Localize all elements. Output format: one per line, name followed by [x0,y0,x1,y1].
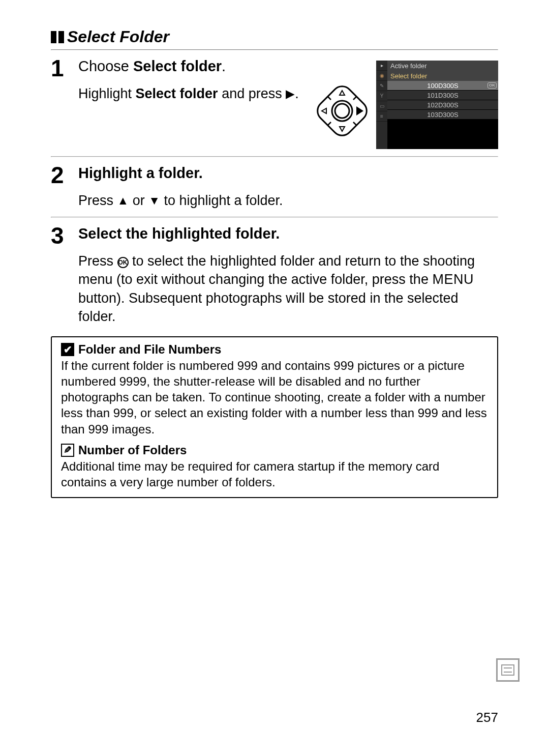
step-3: 3 Select the highlighted folder. Press O… [51,218,498,333]
lcd-row: 103D300S [387,110,498,120]
step-1-body: Highlight Select folder and press ▶. [78,84,308,103]
notes-box: ✔ Folder and File Numbers If the current… [51,336,498,498]
title-bars-icon [51,31,64,43]
svg-marker-5 [322,108,326,113]
note-2-heading: ✎ Number of Folders [61,443,488,457]
svg-point-2 [335,104,349,118]
lcd-row: 101D300S [387,91,498,100]
side-menu-icon [496,658,520,682]
step-number: 1 [51,55,78,149]
step-1-heading: Choose Select folder. [78,57,308,75]
ok-badge: OK [487,82,497,89]
note-2-title: Number of Folders [78,443,187,457]
up-arrow-icon: ▲ [117,194,129,207]
svg-line-7 [328,97,331,100]
lcd-preview: ▸ ◉ ✎ Y ▭ ≡ Active folder Select folder … [376,61,498,149]
play-icon: ▸ [376,61,387,71]
step-3-heading: Select the highlighted folder. [78,225,498,243]
lcd-row: 102D300S [387,100,498,110]
note-1-heading: ✔ Folder and File Numbers [61,342,488,357]
setup-icon: ▭ [376,101,387,111]
step-1: 1 Choose Select folder. Highlight Select… [51,50,498,156]
step-3-body: Press OK to select the highlighted folde… [78,252,498,326]
page-number: 257 [476,710,498,725]
svg-line-8 [353,97,356,100]
step-number: 3 [51,223,78,326]
svg-marker-4 [340,127,345,131]
lcd-title: Active folder [387,61,498,71]
lcd-subtitle: Select folder [387,71,498,81]
step-number: 2 [51,162,78,210]
svg-marker-3 [340,91,345,95]
svg-marker-6 [356,106,363,115]
step-2-heading: Highlight a folder. [78,164,498,182]
menu-label: MENU [432,272,474,287]
section-title-text: Select Folder [67,27,169,46]
retouch-icon: Y [376,91,387,101]
note-1-title: Folder and File Numbers [78,342,221,357]
svg-line-9 [328,122,331,125]
right-arrow-icon: ▶ [286,87,295,100]
camera-icon: ◉ [376,71,387,81]
note-1-body: If the current folder is numbered 999 an… [61,358,488,437]
section-title: Select Folder [51,27,498,46]
note-2-body: Additional time may be required for came… [61,458,488,490]
step-2-body: Press ▲ or ▼ to highlight a folder. [78,191,498,210]
recent-icon: ≡ [376,111,387,122]
lcd-row: 100D300S OK [387,81,498,91]
svg-line-10 [353,122,356,125]
multi-selector-icon [314,83,370,139]
step-2: 2 Highlight a folder. Press ▲ or ▼ to hi… [51,157,498,217]
pencil-icon: ✎ [376,81,387,91]
down-arrow-icon: ▼ [148,194,160,207]
caution-check-icon: ✔ [61,343,74,356]
note-pencil-icon: ✎ [61,444,74,457]
ok-button-icon: OK [117,257,129,268]
